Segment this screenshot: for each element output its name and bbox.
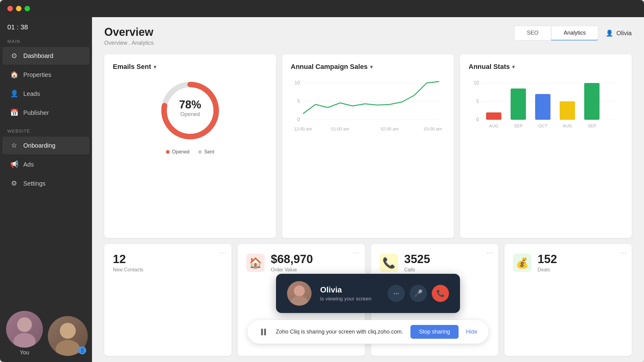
deals-info: 152 Deals <box>538 253 557 273</box>
stat-order: 🏠 $68,970 Order Value <box>246 253 356 273</box>
close-button[interactable] <box>7 6 13 11</box>
svg-text:Opened: Opened <box>180 111 200 117</box>
order-value: $68,970 <box>271 253 313 266</box>
svg-text:0: 0 <box>476 117 479 122</box>
order-menu[interactable]: ··· <box>353 249 360 256</box>
deals-menu[interactable]: ··· <box>620 249 627 256</box>
call-name: Olivia <box>320 285 379 295</box>
sidebar-item-dashboard[interactable]: ⊙ Dashboard <box>2 47 90 65</box>
settings-icon: ⚙ <box>10 179 18 187</box>
avatar-badge: 👤 <box>78 346 86 354</box>
svg-text:10: 10 <box>294 80 300 85</box>
calls-menu[interactable]: ··· <box>486 249 493 256</box>
svg-point-0 <box>17 317 32 332</box>
svg-point-2 <box>60 323 76 339</box>
svg-text:SEP: SEP <box>588 123 596 128</box>
order-icon: 🏠 <box>246 254 265 272</box>
svg-rect-27 <box>511 89 526 120</box>
donut-legend: Opened Sent <box>166 149 214 155</box>
svg-rect-33 <box>584 83 600 120</box>
user-name: Olivia <box>616 30 632 37</box>
svg-rect-29 <box>535 94 550 120</box>
minimize-button[interactable] <box>16 6 21 11</box>
maximize-button[interactable] <box>25 6 30 11</box>
main-content: Overview Overview . Analytics SEO Analyt… <box>92 17 644 362</box>
svg-text:0: 0 <box>297 117 300 122</box>
emails-sent-arrow[interactable]: ▾ <box>154 64 156 70</box>
stat-contacts: 12 New Contacts <box>113 253 223 273</box>
avatar-you-container: You <box>6 311 43 356</box>
svg-text:5: 5 <box>476 99 479 104</box>
legend-sent: Sent <box>198 149 214 155</box>
call-info: Olivia is viewing your screen <box>320 285 379 302</box>
bar-chart: 10 5 0 AUG SEP <box>469 77 623 144</box>
sidebar-bottom: You 👤 <box>0 305 92 362</box>
sidebar-item-ads[interactable]: 📢 Ads <box>2 156 90 173</box>
contacts-menu[interactable]: ··· <box>220 249 227 256</box>
share-message: Zoho Cliq is sharing your screen with cl… <box>276 329 403 335</box>
legend-dot-opened <box>166 150 170 154</box>
svg-text:5: 5 <box>297 98 300 104</box>
donut-container: 78% Opened Opened Sent <box>113 77 267 155</box>
stop-sharing-button[interactable]: Stop sharing <box>411 325 459 339</box>
call-mute-button[interactable]: 🎤 <box>410 285 427 302</box>
breadcrumb: Overview . Analytics <box>104 40 154 46</box>
svg-text:12:00 am: 12:00 am <box>294 126 312 131</box>
svg-text:AUG: AUG <box>489 123 498 128</box>
sidebar-label-settings: Settings <box>23 180 45 187</box>
sidebar-item-leads[interactable]: 👤 Leads <box>2 85 90 103</box>
svg-text:78%: 78% <box>179 98 201 111</box>
annual-sales-arrow[interactable]: ▾ <box>370 64 373 70</box>
ads-icon: 📢 <box>10 160 18 168</box>
calls-info: 3525 Calls <box>404 253 430 273</box>
svg-rect-25 <box>486 112 501 120</box>
sidebar-item-properties[interactable]: 🏠 Properties <box>2 66 90 84</box>
annual-sales-title: Annual Campaign Sales ▾ <box>291 63 445 71</box>
annual-sales-card: Annual Campaign Sales ▾ 10 5 <box>282 54 454 238</box>
sidebar-item-settings[interactable]: ⚙ Settings <box>2 175 90 192</box>
contacts-value: 12 <box>113 253 144 266</box>
stat-deals: 💰 152 Deals <box>513 253 623 273</box>
sidebar-item-publisher[interactable]: 📅 Publisher <box>2 104 90 122</box>
calls-value: 3525 <box>404 253 430 266</box>
sidebar-label-onboarding: Onboarding <box>23 142 56 149</box>
svg-text:AUG: AUG <box>563 123 572 128</box>
stat-calls: 📞 3525 Calls <box>380 253 490 273</box>
bar-chart-container: 10 5 0 AUG SEP <box>469 77 623 138</box>
leads-icon: 👤 <box>10 90 18 98</box>
tab-analytics[interactable]: Analytics <box>551 26 598 40</box>
svg-text:02:00 am: 02:00 am <box>381 126 399 131</box>
sidebar-time: 01 : 38 <box>0 17 92 36</box>
legend-opened: Opened <box>166 149 190 155</box>
contacts-info: 12 New Contacts <box>113 253 144 273</box>
sidebar-item-onboarding[interactable]: ☆ Onboarding <box>2 137 90 154</box>
sidebar-label-dashboard: Dashboard <box>23 52 53 59</box>
call-avatar <box>287 281 312 306</box>
annual-stats-card: Annual Stats ▾ 10 5 <box>460 54 632 238</box>
svg-point-3 <box>56 340 80 356</box>
tab-bar: SEO Analytics <box>514 26 598 40</box>
hide-button[interactable]: Hide <box>466 329 477 335</box>
call-overlay: Olivia is viewing your screen ··· 🎤 📞 <box>276 274 460 313</box>
annual-stats-title: Annual Stats ▾ <box>469 63 623 71</box>
svg-text:SEP: SEP <box>514 123 523 128</box>
svg-text:03:00 am: 03:00 am <box>424 126 442 131</box>
app-body: 01 : 38 MAIN ⊙ Dashboard 🏠 Properties 👤 … <box>0 17 644 362</box>
call-end-button[interactable]: 📞 <box>432 285 449 302</box>
line-chart: 10 5 0 12:00 am 01:00 am 02:00 am 03:00 … <box>291 77 445 144</box>
pause-bar-1 <box>261 329 263 335</box>
donut-chart: 78% Opened <box>156 77 224 144</box>
sidebar: 01 : 38 MAIN ⊙ Dashboard 🏠 Properties 👤 … <box>0 17 92 362</box>
share-bar: Zoho Cliq is sharing your screen with cl… <box>247 320 488 344</box>
tab-seo[interactable]: SEO <box>514 26 551 40</box>
you-label: You <box>6 349 43 356</box>
annual-stats-arrow[interactable]: ▾ <box>512 64 515 70</box>
sidebar-label-properties: Properties <box>23 71 51 78</box>
svg-text:10: 10 <box>473 80 479 85</box>
header-right: SEO Analytics 👤 Olivia <box>514 26 632 40</box>
stat-card-contacts: ··· 12 New Contacts <box>104 244 232 356</box>
user-info: 👤 Olivia <box>606 29 632 37</box>
call-more-button[interactable]: ··· <box>388 285 405 302</box>
stat-card-deals: ··· 💰 152 Deals <box>504 244 632 356</box>
pause-bar-2 <box>264 329 266 335</box>
